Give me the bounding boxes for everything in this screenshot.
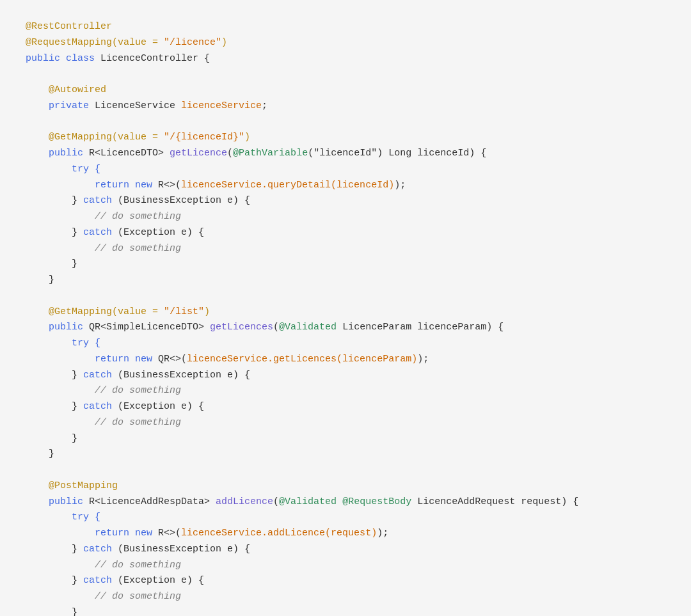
code-token: licenceService: [181, 100, 262, 111]
code-token: try {: [72, 164, 100, 175]
code-token: // do something: [95, 385, 181, 396]
code-token: [26, 591, 95, 602]
code-token: // do something: [95, 591, 181, 602]
code-container: @RestController@RequestMapping(value = "…: [0, 0, 691, 616]
code-line: return new R<>(licenceService.addLicence…: [26, 526, 665, 542]
code-token: @GetMapping(value =: [49, 306, 164, 317]
code-token: catch: [83, 195, 118, 206]
code-token: addLicence: [216, 496, 273, 507]
code-line: try {: [26, 336, 665, 352]
code-line: @GetMapping(value = "/list"): [26, 304, 665, 320]
code-token: new: [135, 528, 158, 539]
code-line: @PostMapping: [26, 478, 665, 494]
code-token: [26, 180, 95, 191]
code-token: // do something: [95, 417, 181, 428]
code-token: public: [26, 53, 66, 64]
code-token: <LicenceDTO>: [95, 148, 170, 159]
code-token: (Exception e) {: [118, 575, 204, 586]
code-token: R<>(: [158, 180, 181, 191]
code-token: [26, 338, 72, 349]
code-token: public: [49, 148, 89, 159]
code-line: try {: [26, 510, 665, 526]
code-token: return: [95, 354, 135, 365]
code-token: @PostMapping: [49, 480, 118, 491]
code-line: // do something: [26, 558, 665, 574]
code-line: } catch (Exception e) {: [26, 573, 665, 589]
code-token: private: [49, 100, 95, 111]
code-line: } catch (BusinessException e) {: [26, 542, 665, 558]
code-token: (BusinessException e) {: [118, 195, 250, 206]
code-token: [26, 306, 49, 317]
code-token: licenceService.queryDetail(licenceId): [181, 180, 394, 191]
code-token: (Exception e) {: [118, 401, 204, 412]
code-token: public: [49, 496, 89, 507]
code-token: try {: [72, 512, 100, 523]
code-line: } catch (BusinessException e) {: [26, 193, 665, 209]
code-line: [26, 288, 665, 304]
code-token: [26, 84, 49, 95]
code-token: [26, 211, 95, 222]
code-token: }: [26, 401, 83, 412]
code-token: "/licence": [164, 37, 221, 48]
code-token: [26, 528, 95, 539]
code-token: (: [273, 322, 279, 333]
code-token: ("licenceId") Long licenceId) {: [308, 148, 486, 159]
code-token: LicenceAddRequest request) {: [417, 496, 578, 507]
code-token: // do something: [95, 211, 181, 222]
code-token: }: [26, 448, 54, 459]
code-token: (: [227, 148, 233, 159]
code-line: @Autowired: [26, 83, 665, 99]
code-token: catch: [83, 401, 118, 412]
code-token: @RestController: [26, 21, 112, 32]
code-token: }: [26, 433, 77, 444]
code-token: // do something: [95, 243, 181, 254]
code-line: }: [26, 446, 665, 462]
code-token: public: [49, 322, 89, 333]
code-line: }: [26, 272, 665, 288]
code-token: R<>(: [158, 528, 181, 539]
code-token: @RequestBody: [342, 496, 417, 507]
code-token: @PathVariable: [233, 148, 308, 159]
code-line: public R<LicenceDTO> getLicence(@PathVar…: [26, 146, 665, 162]
code-token: [26, 243, 95, 254]
code-line: [26, 462, 665, 478]
code-token: [26, 354, 95, 365]
code-token: ;: [262, 100, 267, 111]
code-token: }: [26, 607, 77, 616]
code-token: }: [26, 544, 83, 555]
code-token: catch: [83, 575, 118, 586]
code-token: [26, 132, 49, 143]
code-token: }: [26, 575, 83, 586]
code-token: LicenceService: [95, 100, 181, 111]
code-token: }: [26, 370, 83, 381]
code-token: [26, 100, 49, 111]
code-token: R: [89, 148, 95, 159]
code-token: QR<SimpleLicenceDTO>: [89, 322, 210, 333]
code-token: catch: [83, 227, 118, 238]
code-token: LicenceController {: [100, 53, 210, 64]
code-token: (Exception e) {: [118, 227, 204, 238]
code-token: ): [244, 132, 250, 143]
code-line: public R<LicenceAddRespData> addLicence(…: [26, 494, 665, 510]
code-token: }: [26, 258, 77, 269]
code-token: }: [26, 195, 83, 206]
code-token: [26, 148, 49, 159]
code-line: // do something: [26, 589, 665, 605]
code-token: LicenceParam licenceParam) {: [342, 322, 504, 333]
code-token: return: [95, 528, 135, 539]
code-token: [26, 385, 95, 396]
code-token: @Autowired: [49, 84, 106, 95]
code-token: [26, 512, 72, 523]
code-line: }: [26, 257, 665, 272]
code-line: // do something: [26, 415, 665, 431]
code-token: [26, 560, 95, 571]
code-line: public QR<SimpleLicenceDTO> getLicences(…: [26, 320, 665, 336]
code-token: [26, 322, 49, 333]
code-line: }: [26, 605, 665, 616]
code-line: @RequestMapping(value = "/licence"): [26, 35, 665, 51]
code-token: new: [135, 354, 158, 365]
code-block: @RestController@RequestMapping(value = "…: [26, 19, 665, 616]
code-line: } catch (Exception e) {: [26, 225, 665, 241]
code-token: try {: [72, 338, 100, 349]
code-token: @Validated: [279, 496, 342, 507]
